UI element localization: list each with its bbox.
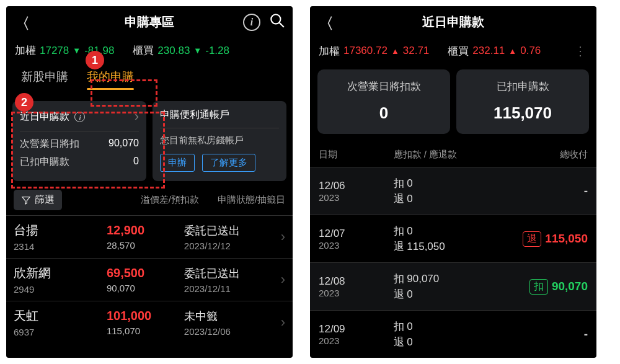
draw-date: 2023/12/06 — [184, 326, 277, 337]
card-header: 近日申購款 i › — [20, 109, 139, 131]
deduct-tag: 扣 — [529, 279, 548, 295]
header-actions: i — [243, 12, 285, 32]
deduct-amount: 扣 0 — [394, 176, 498, 190]
premium-diff: 101,000 — [107, 309, 184, 323]
filter-row: 篩選 溢價差/預扣款 申購狀態/抽籤日 — [6, 181, 293, 215]
card-buttons: 申辦 了解更多 — [160, 154, 279, 172]
refund-amount: 退 0 — [394, 287, 498, 301]
deducted-card: 已扣申購款 115,070 — [456, 69, 589, 134]
chevron-right-icon: › — [135, 109, 139, 125]
search-icon[interactable] — [269, 12, 285, 32]
chevron-right-icon: › — [277, 272, 285, 288]
date-md: 12/09 — [319, 323, 394, 335]
date-year: 2023 — [319, 192, 394, 203]
col-amount: 應扣款 / 應退款 — [394, 149, 498, 161]
convenience-account-card: 申購便利通帳戶 您目前無私房錢帳戶 申辦 了解更多 — [153, 101, 286, 181]
info-icon[interactable]: i — [74, 112, 85, 122]
svg-line-1 — [279, 22, 284, 27]
deduct-amount: 扣 90,070 — [394, 272, 498, 286]
ticker-label-1: 加權 — [15, 43, 36, 58]
ticker-change-1: 32.71 — [403, 45, 430, 57]
column-header-1: 溢價差/預扣款 — [141, 194, 199, 206]
page-title: 申購專區 — [125, 14, 174, 30]
kv-row: 次營業日將扣 90,070 — [20, 138, 139, 151]
summary-cards: 近日申購款 i › 次營業日將扣 90,070 已扣申購款 0 申購便利通帳戶 … — [6, 101, 293, 181]
ticker-change-2: -1.28 — [205, 45, 229, 57]
total-amount: - — [584, 327, 588, 341]
tab-new-ipo[interactable]: 新股申購 — [21, 69, 68, 89]
draw-date: 2023/12/12 — [184, 241, 277, 251]
total-amount: - — [584, 184, 588, 198]
more-icon[interactable]: ⋮ — [570, 43, 588, 58]
date-md: 12/07 — [319, 228, 394, 240]
learn-more-button[interactable]: 了解更多 — [202, 154, 255, 172]
draw-date: 2023/12/11 — [184, 283, 277, 294]
card-label: 次營業日將扣款 — [321, 79, 446, 94]
ticker-label-1: 加權 — [319, 44, 340, 58]
refund-amount: 退 0 — [394, 335, 498, 349]
header: 〈 近日申購款 — [310, 6, 596, 37]
info-icon[interactable]: i — [243, 14, 260, 31]
deduct-amount: 扣 0 — [394, 224, 498, 238]
card-value: 115,070 — [460, 104, 585, 123]
premium-diff: 12,900 — [107, 223, 184, 237]
stock-row[interactable]: 天虹6937101,000115,070未中籤2023/12/06› — [6, 301, 293, 344]
total-amount: 115,050 — [545, 232, 588, 246]
down-triangle-icon: ▼ — [73, 46, 81, 55]
kv-key: 已扣申購款 — [20, 156, 69, 169]
ticker-value-1: 17278 — [40, 45, 69, 57]
ticker-value-1: 17360.72 — [343, 45, 388, 57]
status-text: 委託已送出 — [184, 266, 277, 281]
prepaid-amount: 90,070 — [107, 283, 184, 293]
stock-row[interactable]: 台揚231412,90028,570委託已送出2023/12/12› — [6, 215, 293, 258]
recent-payment-card[interactable]: 近日申購款 i › 次營業日將扣 90,070 已扣申購款 0 — [12, 101, 146, 181]
stock-code: 2949 — [14, 284, 107, 295]
ticker-value-2: 230.83 — [157, 45, 190, 57]
stock-row[interactable]: 欣新網294969,50090,070委託已送出2023/12/11› — [6, 258, 293, 301]
refund-amount: 退 0 — [394, 192, 498, 206]
total-amount: 90,070 — [552, 280, 588, 293]
funnel-icon — [21, 195, 31, 205]
column-header-2: 申購狀態/抽籤日 — [218, 194, 285, 206]
payment-row: 12/092023扣 0退 0- — [310, 310, 596, 358]
stock-code: 2314 — [14, 241, 107, 252]
up-triangle-icon: ▲ — [508, 47, 516, 56]
payment-table: 12/062023扣 0退 0-12/072023扣 0退 115,050退11… — [310, 167, 596, 358]
date-year: 2023 — [319, 240, 394, 251]
date-year: 2023 — [319, 288, 394, 298]
apply-button[interactable]: 申辦 — [160, 154, 195, 172]
card-value: 0 — [321, 104, 446, 123]
deduct-amount: 扣 0 — [394, 319, 498, 334]
payment-row: 12/072023扣 0退 115,050退115,050 — [310, 215, 596, 262]
stock-name: 台揚 — [14, 222, 107, 239]
annotation-badge-2: 2 — [15, 93, 33, 112]
ticker-value-2: 232.11 — [472, 45, 505, 57]
back-icon[interactable]: 〈 — [15, 14, 30, 33]
tabs: 新股申購 我的申購 — [6, 64, 293, 101]
col-date: 日期 — [319, 149, 394, 161]
prepaid-amount: 115,070 — [107, 326, 184, 336]
status-text: 委託已送出 — [184, 223, 277, 238]
chevron-right-icon: › — [277, 229, 285, 245]
premium-diff: 69,500 — [107, 266, 184, 280]
filter-button[interactable]: 篩選 — [14, 190, 62, 210]
kv-row: 已扣申購款 0 — [20, 156, 139, 169]
stock-list: 台揚231412,90028,570委託已送出2023/12/12›欣新網294… — [6, 215, 293, 344]
right-screen: 〈 近日申購款 加權 17360.72 ▲ 32.71 櫃買 232.11 ▲ … — [310, 6, 596, 358]
kv-key: 次營業日將扣 — [20, 138, 79, 151]
payment-row: 12/082023扣 90,070退 0扣90,070 — [310, 262, 596, 310]
payment-row: 12/062023扣 0退 0- — [310, 167, 596, 215]
date-md: 12/08 — [319, 275, 394, 288]
header: 〈 申購專區 i — [6, 6, 293, 37]
ticker-bar: 加權 17360.72 ▲ 32.71 櫃買 232.11 ▲ 0.76 ⋮ — [310, 37, 596, 64]
kv-value: 0 — [133, 156, 139, 169]
ticker-label-2: 櫃買 — [448, 44, 469, 58]
table-header: 日期 應扣款 / 應退款 總收付 — [310, 143, 596, 167]
filter-label: 篩選 — [35, 193, 55, 206]
card-message: 您目前無私房錢帳戶 — [160, 135, 279, 146]
stock-name: 天虹 — [14, 308, 107, 324]
back-icon[interactable]: 〈 — [319, 14, 334, 33]
tab-my-ipo[interactable]: 我的申購 — [87, 69, 134, 89]
stock-name: 欣新網 — [14, 265, 107, 282]
refund-amount: 退 115,050 — [394, 239, 498, 254]
